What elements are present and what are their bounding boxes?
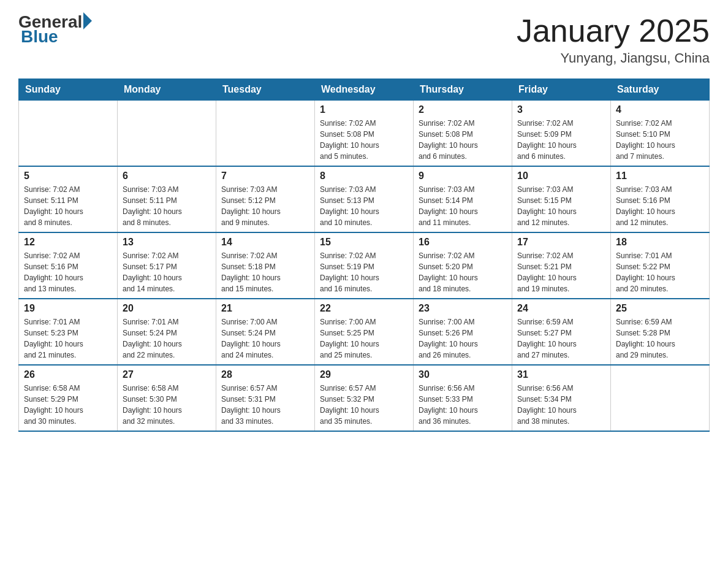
day-info: Sunrise: 7:02 AM Sunset: 5:08 PM Dayligh…: [419, 118, 507, 162]
weekday-header-sunday: Sunday: [19, 79, 118, 101]
day-info: Sunrise: 7:00 AM Sunset: 5:24 PM Dayligh…: [221, 316, 309, 361]
weekday-header-tuesday: Tuesday: [216, 79, 315, 101]
month-title: January 2025: [517, 12, 710, 49]
day-number: 19: [24, 303, 112, 314]
day-info: Sunrise: 7:02 AM Sunset: 5:16 PM Dayligh…: [24, 250, 112, 294]
day-info: Sunrise: 6:58 AM Sunset: 5:30 PM Dayligh…: [123, 383, 211, 427]
day-info: Sunrise: 7:02 AM Sunset: 5:10 PM Dayligh…: [616, 118, 704, 162]
day-number: 15: [320, 237, 408, 248]
calendar-cell: 4Sunrise: 7:02 AM Sunset: 5:10 PM Daylig…: [611, 101, 710, 167]
calendar-cell: 9Sunrise: 7:03 AM Sunset: 5:14 PM Daylig…: [414, 166, 512, 232]
calendar-cell: [216, 101, 315, 167]
calendar-cell: 19Sunrise: 7:01 AM Sunset: 5:23 PM Dayli…: [19, 299, 118, 365]
calendar-week-1: 1Sunrise: 7:02 AM Sunset: 5:08 PM Daylig…: [19, 101, 710, 167]
day-number: 8: [320, 170, 408, 182]
calendar-cell: 30Sunrise: 6:56 AM Sunset: 5:33 PM Dayli…: [414, 365, 512, 431]
day-number: 20: [123, 303, 211, 314]
day-info: Sunrise: 7:03 AM Sunset: 5:13 PM Dayligh…: [320, 184, 408, 228]
calendar-cell: 12Sunrise: 7:02 AM Sunset: 5:16 PM Dayli…: [19, 232, 118, 299]
calendar-cell: 15Sunrise: 7:02 AM Sunset: 5:19 PM Dayli…: [315, 232, 414, 299]
day-number: 6: [123, 170, 211, 182]
day-number: 7: [221, 170, 309, 182]
calendar-cell: 20Sunrise: 7:01 AM Sunset: 5:24 PM Dayli…: [118, 299, 216, 365]
day-info: Sunrise: 6:58 AM Sunset: 5:29 PM Dayligh…: [24, 383, 112, 427]
day-number: 4: [616, 104, 704, 115]
calendar-cell: 6Sunrise: 7:03 AM Sunset: 5:11 PM Daylig…: [118, 166, 216, 232]
calendar-cell: 3Sunrise: 7:02 AM Sunset: 5:09 PM Daylig…: [512, 101, 611, 167]
logo-blue-text: Blue: [21, 27, 58, 47]
calendar-cell: 17Sunrise: 7:02 AM Sunset: 5:21 PM Dayli…: [512, 232, 611, 299]
day-info: Sunrise: 6:59 AM Sunset: 5:27 PM Dayligh…: [517, 316, 605, 361]
day-info: Sunrise: 7:02 AM Sunset: 5:21 PM Dayligh…: [517, 250, 605, 294]
day-number: 2: [419, 104, 507, 115]
calendar-cell: 11Sunrise: 7:03 AM Sunset: 5:16 PM Dayli…: [611, 166, 710, 232]
day-info: Sunrise: 7:02 AM Sunset: 5:11 PM Dayligh…: [24, 184, 112, 228]
day-number: 11: [616, 170, 704, 182]
day-number: 24: [517, 303, 605, 314]
day-info: Sunrise: 7:00 AM Sunset: 5:25 PM Dayligh…: [320, 316, 408, 361]
day-number: 27: [123, 369, 211, 380]
day-info: Sunrise: 7:01 AM Sunset: 5:23 PM Dayligh…: [24, 316, 112, 361]
weekday-header-friday: Friday: [512, 79, 611, 101]
calendar-table: SundayMondayTuesdayWednesdayThursdayFrid…: [18, 79, 710, 432]
weekday-header-wednesday: Wednesday: [315, 79, 414, 101]
logo-arrow-icon: [83, 12, 92, 29]
calendar-cell: 1Sunrise: 7:02 AM Sunset: 5:08 PM Daylig…: [315, 101, 414, 167]
weekday-header-thursday: Thursday: [414, 79, 512, 101]
calendar-week-5: 26Sunrise: 6:58 AM Sunset: 5:29 PM Dayli…: [19, 365, 710, 431]
calendar-cell: 23Sunrise: 7:00 AM Sunset: 5:26 PM Dayli…: [414, 299, 512, 365]
title-block: January 2025 Yunyang, Jiangsu, China: [517, 12, 710, 66]
day-number: 23: [419, 303, 507, 314]
calendar-cell: 29Sunrise: 6:57 AM Sunset: 5:32 PM Dayli…: [315, 365, 414, 431]
day-number: 30: [419, 369, 507, 380]
day-number: 31: [517, 369, 605, 380]
day-info: Sunrise: 7:02 AM Sunset: 5:09 PM Dayligh…: [517, 118, 605, 162]
calendar-cell: 27Sunrise: 6:58 AM Sunset: 5:30 PM Dayli…: [118, 365, 216, 431]
day-info: Sunrise: 7:02 AM Sunset: 5:19 PM Dayligh…: [320, 250, 408, 294]
calendar-cell: 25Sunrise: 6:59 AM Sunset: 5:28 PM Dayli…: [611, 299, 710, 365]
day-info: Sunrise: 7:03 AM Sunset: 5:14 PM Dayligh…: [419, 184, 507, 228]
day-number: 28: [221, 369, 309, 380]
day-number: 13: [123, 237, 211, 248]
day-info: Sunrise: 6:56 AM Sunset: 5:33 PM Dayligh…: [419, 383, 507, 427]
day-number: 14: [221, 237, 309, 248]
weekday-header-monday: Monday: [118, 79, 216, 101]
day-info: Sunrise: 6:59 AM Sunset: 5:28 PM Dayligh…: [616, 316, 704, 361]
day-number: 5: [24, 170, 112, 182]
page-header: General Blue January 2025 Yunyang, Jiang…: [18, 12, 710, 66]
day-info: Sunrise: 6:57 AM Sunset: 5:32 PM Dayligh…: [320, 383, 408, 427]
calendar-cell: 5Sunrise: 7:02 AM Sunset: 5:11 PM Daylig…: [19, 166, 118, 232]
calendar-cell: 14Sunrise: 7:02 AM Sunset: 5:18 PM Dayli…: [216, 232, 315, 299]
calendar-cell: 21Sunrise: 7:00 AM Sunset: 5:24 PM Dayli…: [216, 299, 315, 365]
day-info: Sunrise: 6:57 AM Sunset: 5:31 PM Dayligh…: [221, 383, 309, 427]
day-info: Sunrise: 7:03 AM Sunset: 5:16 PM Dayligh…: [616, 184, 704, 228]
day-number: 26: [24, 369, 112, 380]
day-info: Sunrise: 7:03 AM Sunset: 5:12 PM Dayligh…: [221, 184, 309, 228]
calendar-cell: [118, 101, 216, 167]
day-info: Sunrise: 7:02 AM Sunset: 5:08 PM Dayligh…: [320, 118, 408, 162]
calendar-cell: 2Sunrise: 7:02 AM Sunset: 5:08 PM Daylig…: [414, 101, 512, 167]
day-info: Sunrise: 7:03 AM Sunset: 5:11 PM Dayligh…: [123, 184, 211, 228]
day-number: 16: [419, 237, 507, 248]
calendar-cell: 26Sunrise: 6:58 AM Sunset: 5:29 PM Dayli…: [19, 365, 118, 431]
day-number: 17: [517, 237, 605, 248]
day-info: Sunrise: 6:56 AM Sunset: 5:34 PM Dayligh…: [517, 383, 605, 427]
day-number: 29: [320, 369, 408, 380]
weekday-header-saturday: Saturday: [611, 79, 710, 101]
day-number: 1: [320, 104, 408, 115]
calendar-cell: 28Sunrise: 6:57 AM Sunset: 5:31 PM Dayli…: [216, 365, 315, 431]
day-number: 10: [517, 170, 605, 182]
calendar-week-3: 12Sunrise: 7:02 AM Sunset: 5:16 PM Dayli…: [19, 232, 710, 299]
day-number: 22: [320, 303, 408, 314]
day-info: Sunrise: 7:02 AM Sunset: 5:18 PM Dayligh…: [221, 250, 309, 294]
day-number: 12: [24, 237, 112, 248]
calendar-cell: 8Sunrise: 7:03 AM Sunset: 5:13 PM Daylig…: [315, 166, 414, 232]
calendar-cell: 22Sunrise: 7:00 AM Sunset: 5:25 PM Dayli…: [315, 299, 414, 365]
calendar-week-4: 19Sunrise: 7:01 AM Sunset: 5:23 PM Dayli…: [19, 299, 710, 365]
day-number: 25: [616, 303, 704, 314]
calendar-cell: 16Sunrise: 7:02 AM Sunset: 5:20 PM Dayli…: [414, 232, 512, 299]
day-number: 3: [517, 104, 605, 115]
day-number: 18: [616, 237, 704, 248]
day-info: Sunrise: 7:03 AM Sunset: 5:15 PM Dayligh…: [517, 184, 605, 228]
day-info: Sunrise: 7:02 AM Sunset: 5:20 PM Dayligh…: [419, 250, 507, 294]
